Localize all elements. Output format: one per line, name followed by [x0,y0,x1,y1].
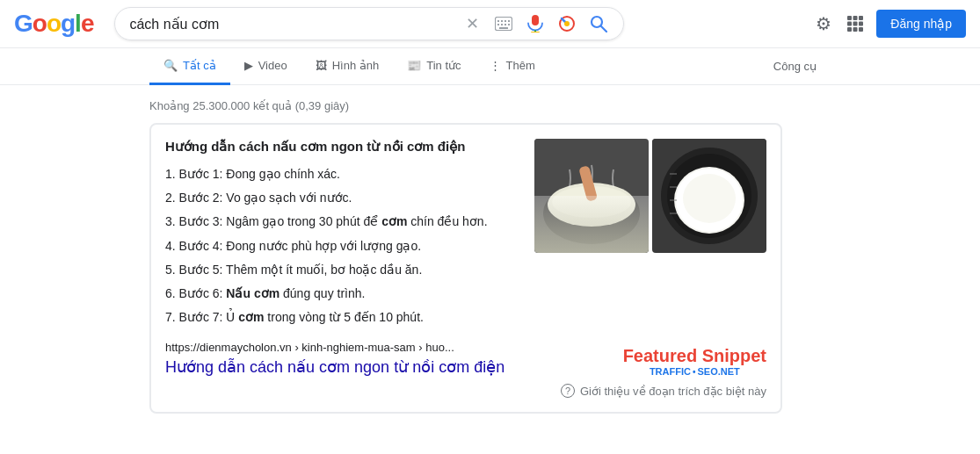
tab-all-icon: 🔍 [163,59,178,72]
tab-video[interactable]: ▶ Video [230,48,301,85]
svg-rect-1 [497,20,499,22]
featured-snippet: Hướng dẫn cách nấu cơm ngon từ nồi cơm đ… [149,123,782,414]
featured-snippet-label: Featured Snippet [623,346,766,366]
svg-point-14 [564,21,570,26]
search-input[interactable] [129,16,454,32]
snippet-info-text: Giới thiệu về đoạn trích đặc biệt này [580,385,766,398]
list-item: 7. Bước 7: Ủ cơm trong vòng từ 5 đến 10 … [165,306,520,328]
list-item: 3. Bước 3: Ngâm gạo trong 30 phút để cơm… [165,211,520,233]
result-count: Khoảng 25.300.000 kết quả (0,39 giây) [149,92,831,123]
svg-rect-7 [505,24,506,25]
tab-images-icon: 🖼 [316,59,327,72]
svg-rect-8 [508,24,510,25]
tab-images[interactable]: 🖼 Hình ảnh [301,48,394,85]
main-content: Khoảng 25.300.000 kết quả (0,39 giây) Hư… [0,85,980,421]
list-item: 1. Bước 1: Đong gạo chính xác. [165,163,520,185]
header-right: ⚙ Đăng nhập [813,10,966,38]
google-logo: Google [14,10,93,38]
snippet-steps: 1. Bước 1: Đong gạo chính xác. 2. Bước 2… [165,163,520,328]
svg-rect-26 [534,139,649,253]
tab-more-icon: ⋮ [490,59,501,72]
snippet-content: Hướng dẫn cách nấu cơm ngon từ nồi cơm đ… [165,139,766,330]
svg-rect-24 [853,27,858,32]
featured-snippet-badge: Featured Snippet TRAFFIC • SEO.NET [623,346,766,377]
info-icon[interactable]: ? [561,384,575,398]
svg-point-15 [592,17,602,27]
snippet-images [534,139,766,330]
tab-news-label: Tin tức [426,59,461,72]
snippet-title: Hướng dẫn cách nấu cơm ngon từ nồi cơm đ… [165,139,520,155]
snippet-info-row: ? Giới thiệu về đoạn trích đặc biệt này [165,384,766,398]
tab-more[interactable]: ⋮ Thêm [475,48,549,85]
microphone-icon[interactable] [525,13,546,34]
svg-rect-6 [501,24,503,25]
svg-rect-2 [501,20,503,22]
svg-rect-17 [847,16,852,20]
svg-rect-18 [853,16,858,20]
svg-point-36 [683,174,736,223]
nav-tabs: 🔍 Tất cả ▶ Video 🖼 Hình ảnh 📰 Tin tức ⋮ … [0,48,980,85]
list-item: 4. Bước 4: Đong nước phù hợp với lượng g… [165,235,520,257]
tab-video-label: Video [258,59,287,72]
snippet-image-2 [652,139,766,253]
list-item: 6. Bước 6: Nấu cơm đúng quy trình. [165,283,520,305]
svg-rect-23 [847,27,852,32]
snippet-text: Hướng dẫn cách nấu cơm ngon từ nồi cơm đ… [165,139,520,330]
list-item: 5. Bước 5: Thêm một ít muối, bơ hoặc dầu… [165,259,520,281]
svg-rect-22 [859,22,863,26]
tab-images-label: Hình ảnh [332,59,380,72]
tab-all-label: Tất cả [183,59,216,72]
tab-video-icon: ▶ [244,59,253,72]
svg-rect-20 [847,22,852,26]
svg-rect-9 [499,27,508,29]
svg-rect-25 [859,27,863,32]
settings-icon[interactable]: ⚙ [813,13,834,34]
traffic-seo-label: TRAFFIC • SEO.NET [623,366,766,377]
svg-rect-5 [497,24,499,25]
signin-button[interactable]: Đăng nhập [876,10,966,38]
tab-news[interactable]: 📰 Tin tức [393,48,475,85]
tools-button[interactable]: Công cụ [759,49,831,83]
svg-rect-4 [508,20,510,22]
svg-rect-21 [853,22,858,26]
snippet-image-1 [534,139,649,253]
google-lens-icon[interactable] [556,13,577,34]
svg-rect-10 [532,15,539,25]
svg-rect-3 [505,20,506,22]
tab-all[interactable]: 🔍 Tất cả [149,48,230,85]
header: Google ✕ [0,0,980,48]
clear-icon[interactable]: ✕ [461,13,483,34]
svg-rect-19 [859,16,863,20]
tools-label: Công cụ [773,60,817,73]
snippet-link[interactable]: Hướng dẫn cách nấu cơm ngon từ nồi cơm đ… [165,358,505,376]
tab-news-icon: 📰 [407,59,421,72]
search-bar: ✕ [114,7,624,40]
svg-line-16 [601,26,606,32]
tab-more-label: Thêm [506,59,535,72]
keyboard-icon[interactable] [493,13,514,34]
list-item: 2. Bước 2: Vo gạo sạch với nước. [165,187,520,209]
apps-icon[interactable] [845,13,866,34]
search-icon[interactable] [588,13,609,34]
